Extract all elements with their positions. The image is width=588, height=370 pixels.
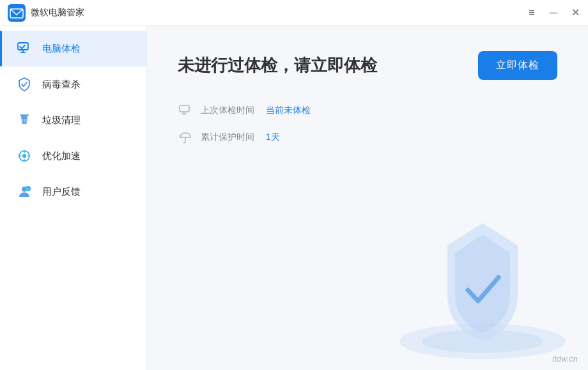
svg-point-23: [399, 323, 566, 359]
optimize-icon: [15, 147, 33, 165]
content-header: 未进行过体检，请立即体检 立即体检: [178, 51, 557, 80]
feedback-icon: ?: [15, 183, 33, 201]
antivirus-icon: [15, 75, 33, 93]
sidebar-item-pc-check[interactable]: 电脑体检: [0, 31, 146, 66]
page-title: 未进行过体检，请立即体检: [178, 54, 377, 77]
svg-point-11: [22, 154, 26, 158]
shield-decoration: [371, 204, 575, 370]
close-button[interactable]: ✕: [570, 6, 580, 19]
main-layout: 电脑体检 病毒查杀: [0, 26, 588, 370]
sidebar-item-optimize[interactable]: 优化加速: [0, 138, 146, 174]
sidebar-label-antivirus: 病毒查杀: [42, 79, 81, 91]
sidebar-label-feedback: 用户反馈: [42, 186, 81, 198]
minimize-button[interactable]: ─: [548, 7, 559, 19]
svg-point-24: [422, 330, 543, 353]
app-logo: [8, 4, 26, 22]
sidebar-item-antivirus[interactable]: 病毒查杀: [0, 66, 146, 102]
monitor-icon: [178, 103, 193, 118]
svg-text:?: ?: [27, 187, 29, 191]
sidebar-label-pc-check: 电脑体检: [42, 43, 81, 55]
menu-button[interactable]: ≡: [527, 7, 537, 19]
umbrella-icon: [178, 130, 193, 145]
sidebar-item-feedback[interactable]: ? 用户反馈: [0, 174, 146, 210]
pc-check-icon: [15, 40, 33, 58]
title-bar: 微软电脑管家 ≡ ─ ✕: [0, 0, 588, 26]
sidebar-item-cleanup[interactable]: 垃圾清理: [0, 102, 146, 138]
app-title: 微软电脑管家: [31, 7, 527, 19]
content-area: 未进行过体检，请立即体检 立即体检 上次体检时间 当前未体检: [147, 26, 588, 370]
cleanup-icon: [15, 111, 33, 129]
sidebar-label-cleanup: 垃圾清理: [42, 114, 81, 127]
window-controls: ≡ ─ ✕: [527, 6, 580, 19]
last-check-label: 上次体检时间: [201, 105, 258, 116]
info-rows: 上次体检时间 当前未体检 累计保护时间 1天: [178, 103, 557, 145]
protect-time-label: 累计保护时间: [201, 132, 258, 143]
protect-time-value: 1天: [266, 132, 280, 143]
sidebar-label-optimize: 优化加速: [42, 150, 81, 162]
last-check-value: 当前未体检: [266, 105, 311, 116]
last-check-row: 上次体检时间 当前未体检: [178, 103, 557, 118]
protect-time-row: 累计保护时间 1天: [178, 130, 557, 145]
sidebar: 电脑体检 病毒查杀: [0, 26, 147, 370]
svg-rect-19: [180, 105, 189, 112]
watermark: itdw.cn: [552, 354, 578, 364]
check-now-button[interactable]: 立即体检: [478, 51, 557, 80]
